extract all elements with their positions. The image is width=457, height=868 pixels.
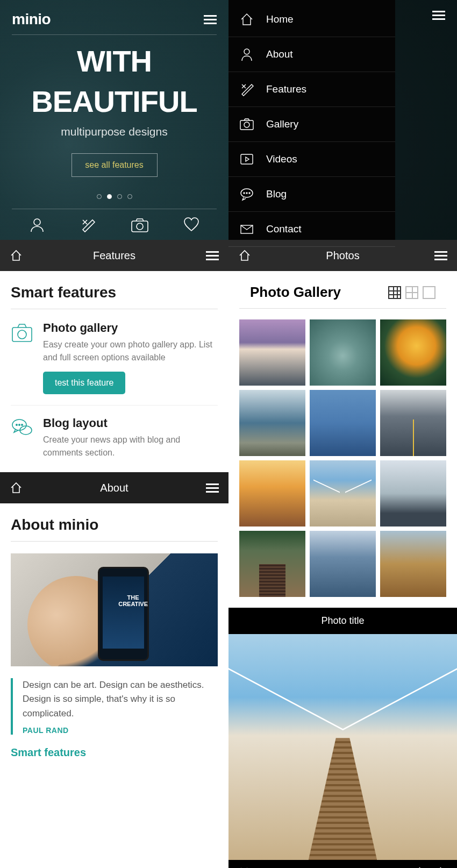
gallery-thumb[interactable] — [239, 390, 305, 456]
bar-title: Features — [93, 250, 135, 262]
carousel-dots[interactable] — [12, 194, 217, 199]
quote-text: Design can be art. Design can be aesthet… — [23, 678, 218, 721]
svg-point-17 — [19, 424, 20, 425]
grid-2-icon[interactable] — [405, 286, 418, 299]
gallery-thumb[interactable] — [310, 390, 376, 456]
gallery-thumb[interactable] — [380, 319, 446, 386]
gallery-header: Photo Gallery — [239, 271, 446, 309]
quote-block: Design can be art. Design can be aesthet… — [11, 678, 218, 735]
grid-1-icon[interactable] — [423, 286, 435, 299]
nav-contact[interactable]: Contact — [228, 212, 395, 247]
about-content: About minio Design can be art. Design ca… — [0, 503, 228, 772]
nav-blog[interactable]: Blog — [228, 177, 395, 212]
menu-icon[interactable] — [204, 15, 217, 24]
gallery-thumb[interactable] — [310, 460, 376, 527]
menu-icon[interactable] — [206, 251, 219, 260]
person-icon[interactable] — [29, 217, 45, 233]
svg-point-18 — [22, 424, 23, 425]
gallery-thumb[interactable] — [380, 460, 446, 527]
quote-author: PAUL RAND — [23, 726, 218, 735]
logo[interactable]: minio — [12, 11, 51, 28]
photo-lightbox: Photo title — [228, 608, 457, 868]
camera-icon — [11, 321, 33, 344]
gallery-thumb[interactable] — [310, 319, 376, 386]
gallery-grid — [228, 309, 457, 608]
nav-label: Contact — [266, 223, 301, 235]
gallery-thumb[interactable] — [380, 531, 446, 597]
nav-videos[interactable]: Videos — [228, 142, 395, 177]
gallery-thumb[interactable] — [239, 319, 305, 386]
svg-rect-1 — [132, 221, 148, 232]
nav-gallery[interactable]: Gallery — [228, 107, 395, 142]
feature-title: Photo gallery — [43, 321, 218, 335]
gallery-thumb[interactable] — [310, 531, 376, 597]
svg-point-9 — [246, 193, 247, 194]
hero-headline-2: BEAUTIFUL — [12, 87, 217, 116]
home-icon[interactable] — [10, 481, 23, 494]
feature-blog-layout: Blog layout Create your news app with bl… — [11, 416, 218, 459]
menu-icon[interactable] — [434, 251, 447, 260]
svg-point-5 — [244, 122, 249, 127]
nav-home[interactable]: Home — [228, 2, 395, 37]
svg-point-10 — [249, 193, 250, 194]
nav-drawer: Home About Features Gallery Videos Blog … — [228, 0, 395, 240]
hero-headline-1: WITH — [12, 47, 217, 75]
gallery-heading: Photo Gallery — [250, 284, 388, 301]
about-image — [11, 553, 218, 666]
lightbox-image[interactable] — [228, 634, 457, 860]
nav-label: Blog — [266, 188, 287, 200]
feature-photo-gallery: Photo gallery Easy create your own photo… — [11, 321, 218, 405]
grid-3-icon[interactable] — [388, 286, 401, 299]
nav-label: Gallery — [266, 118, 298, 130]
nav-label: Features — [266, 83, 306, 95]
svg-rect-6 — [241, 154, 253, 164]
svg-point-3 — [244, 49, 249, 54]
hero-screen: minio WITH BEAUTIFUL multipurpose design… — [0, 0, 228, 240]
svg-point-13 — [18, 330, 26, 339]
see-features-button[interactable]: see all features — [72, 153, 158, 177]
gallery-thumb[interactable] — [380, 390, 446, 456]
feature-desc: Easy create your own photo gallery app. … — [43, 338, 218, 364]
camera-icon[interactable] — [131, 217, 149, 233]
svg-point-0 — [34, 219, 40, 225]
about-heading: About minio — [11, 516, 218, 542]
nav-label: Home — [266, 13, 294, 25]
feature-desc: Create your news app with blog and comme… — [43, 433, 218, 459]
chat-icon — [11, 416, 33, 439]
gallery-thumb[interactable] — [239, 460, 305, 527]
nav-features[interactable]: Features — [228, 72, 395, 107]
hero-subtitle: multipurpose designs — [12, 125, 217, 138]
svg-point-8 — [244, 193, 245, 194]
nav-about[interactable]: About — [228, 37, 395, 72]
bar-title: Photos — [326, 250, 359, 262]
lightbox-title: Photo title — [228, 608, 457, 634]
hero-with-drawer: Home About Features Gallery Videos Blog … — [228, 0, 457, 240]
smart-features-link[interactable]: Smart features — [11, 746, 86, 758]
home-icon[interactable] — [10, 249, 23, 262]
features-heading: Smart features — [11, 284, 218, 309]
svg-point-16 — [16, 424, 17, 425]
heart-icon[interactable] — [183, 217, 199, 233]
nav-label: About — [266, 48, 293, 60]
nav-label: Videos — [266, 153, 297, 165]
home-icon[interactable] — [238, 249, 251, 262]
features-bar: Features — [0, 240, 228, 271]
features-content: Smart features Photo gallery Easy create… — [0, 271, 228, 472]
feature-title: Blog layout — [43, 416, 218, 430]
svg-rect-12 — [12, 328, 32, 341]
menu-icon[interactable] — [206, 483, 219, 493]
bar-title: About — [100, 482, 128, 494]
pencil-ruler-icon[interactable] — [80, 217, 96, 233]
test-feature-button[interactable]: test this feature — [43, 372, 125, 394]
svg-point-2 — [137, 223, 143, 230]
about-bar: About — [0, 472, 228, 503]
gallery-thumb[interactable] — [239, 531, 305, 597]
menu-icon[interactable] — [432, 11, 445, 20]
